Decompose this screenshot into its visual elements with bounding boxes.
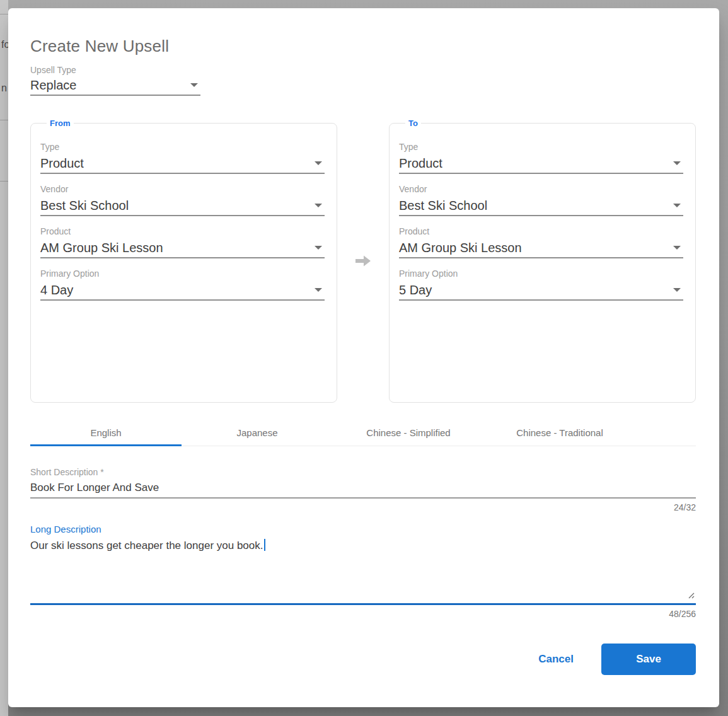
short-description-label: Short Description *	[30, 467, 696, 478]
chevron-down-icon	[673, 288, 681, 292]
tab-chinese-simplified[interactable]: Chinese - Simplified	[333, 420, 484, 446]
to-vendor-select[interactable]: Best Ski School	[399, 196, 683, 216]
to-product-select[interactable]: AM Group Ski Lesson	[399, 238, 683, 258]
long-description-field: Long Description Our ski lessons get che…	[30, 523, 696, 620]
language-tabs: English Japanese Chinese - Simplified Ch…	[30, 420, 696, 446]
tab-japanese[interactable]: Japanese	[182, 420, 333, 446]
upsell-type-select[interactable]: Replace	[30, 76, 200, 96]
chevron-down-icon	[673, 246, 681, 250]
from-panel-legend: From	[47, 118, 74, 128]
background-text-fragment: n i	[1, 83, 8, 94]
from-product-value: AM Group Ski Lesson	[40, 238, 163, 257]
to-primary-option-value: 5 Day	[399, 280, 432, 299]
short-description-counter: 24/32	[30, 502, 696, 513]
chevron-down-icon	[315, 204, 322, 207]
resize-handle-icon[interactable]	[687, 592, 695, 600]
to-type-select[interactable]: Product	[399, 154, 683, 174]
dialog-actions: Cancel Save	[30, 644, 696, 675]
chevron-down-icon	[673, 161, 681, 165]
to-vendor-value: Best Ski School	[399, 196, 487, 215]
to-panel-legend: To	[405, 118, 421, 128]
short-description-input[interactable]: Book For Longer And Save	[30, 479, 696, 499]
to-primary-option-label: Primary Option	[399, 268, 683, 279]
background-divider	[0, 120, 8, 120]
to-panel: To Type Product Vendor Best Ski School P…	[389, 118, 696, 403]
upsell-type-value: Replace	[30, 76, 76, 95]
to-type-field: Type Product	[399, 142, 683, 174]
chevron-down-icon	[315, 246, 322, 250]
from-product-label: Product	[40, 226, 325, 237]
chevron-down-icon	[315, 288, 322, 292]
background-divider	[0, 181, 8, 182]
transform-arrow-icon	[355, 255, 371, 267]
from-to-arrow-cell	[337, 118, 389, 403]
from-vendor-select[interactable]: Best Ski School	[40, 196, 325, 216]
to-type-label: Type	[399, 142, 683, 153]
from-product-select[interactable]: AM Group Ski Lesson	[40, 238, 325, 258]
upsell-type-label: Upsell Type	[30, 65, 200, 76]
from-primary-option-field: Primary Option 4 Day	[40, 268, 325, 301]
cancel-button[interactable]: Cancel	[533, 647, 579, 672]
background-divider	[0, 14, 8, 14]
long-description-label: Long Description	[30, 523, 696, 536]
from-primary-option-label: Primary Option	[40, 268, 325, 279]
to-primary-option-field: Primary Option 5 Day	[399, 268, 683, 301]
from-type-label: Type	[40, 142, 325, 153]
from-type-select[interactable]: Product	[40, 154, 325, 174]
save-button[interactable]: Save	[601, 644, 696, 675]
from-product-field: Product AM Group Ski Lesson	[40, 226, 325, 258]
from-primary-option-value: 4 Day	[40, 280, 73, 299]
long-description-textarea[interactable]: Our ski lessons get cheaper the longer y…	[30, 536, 696, 605]
from-to-panels: From Type Product Vendor Best Ski School…	[30, 118, 696, 403]
upsell-type-field: Upsell Type Replace	[30, 65, 200, 96]
short-description-field: Short Description * Book For Longer And …	[30, 467, 696, 513]
dimmed-background-page: fo n i	[0, 0, 8, 716]
text-cursor	[264, 539, 265, 551]
from-vendor-label: Vendor	[40, 184, 325, 195]
long-description-text: Our ski lessons get cheaper the longer y…	[30, 540, 263, 551]
background-text-fragment: fo	[1, 39, 8, 50]
to-vendor-label: Vendor	[399, 184, 683, 195]
to-product-field: Product AM Group Ski Lesson	[399, 226, 683, 258]
chevron-down-icon	[190, 83, 198, 87]
from-type-field: Type Product	[40, 142, 325, 174]
from-vendor-value: Best Ski School	[40, 196, 129, 215]
create-upsell-dialog: Create New Upsell Upsell Type Replace Fr…	[8, 8, 719, 707]
tab-english[interactable]: English	[30, 420, 182, 446]
to-product-value: AM Group Ski Lesson	[399, 238, 522, 257]
tab-chinese-traditional[interactable]: Chinese - Traditional	[484, 420, 635, 446]
chevron-down-icon	[673, 204, 681, 207]
active-tab-indicator	[30, 444, 182, 446]
to-type-value: Product	[399, 154, 442, 173]
from-vendor-field: Vendor Best Ski School	[40, 184, 325, 216]
from-primary-option-select[interactable]: 4 Day	[40, 280, 325, 301]
from-panel: From Type Product Vendor Best Ski School…	[30, 118, 337, 403]
to-vendor-field: Vendor Best Ski School	[399, 184, 683, 216]
from-type-value: Product	[40, 154, 84, 173]
chevron-down-icon	[315, 161, 322, 165]
page-title: Create New Upsell	[30, 36, 696, 56]
long-description-counter: 48/256	[30, 608, 696, 620]
to-primary-option-select[interactable]: 5 Day	[399, 280, 683, 301]
to-product-label: Product	[399, 226, 683, 237]
